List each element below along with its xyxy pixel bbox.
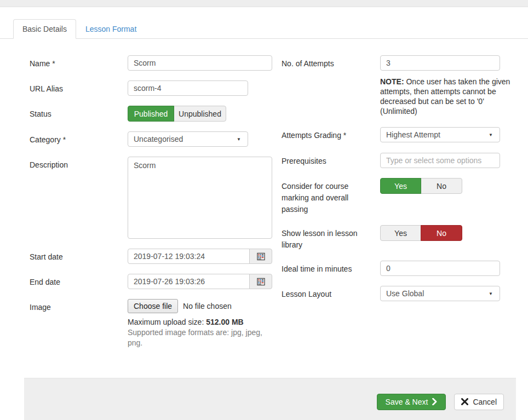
field-row-url-alias: URL Alias xyxy=(30,80,272,96)
status-unpublished-button[interactable]: Unpublished xyxy=(174,106,226,122)
attempts-grading-label: Attempts Grading * xyxy=(282,127,380,142)
attempts-note-title: NOTE: xyxy=(380,77,404,86)
description-textarea[interactable]: Scorm xyxy=(128,157,272,239)
start-date-group xyxy=(128,249,272,264)
end-date-label: End date xyxy=(30,274,128,289)
url-alias-input[interactable] xyxy=(128,80,248,96)
top-gray-strip xyxy=(0,0,528,7)
field-row-image: Image Choose file No file chosen Maximum… xyxy=(30,299,272,348)
status-toggle-group: Published Unpublished xyxy=(128,106,226,122)
chevron-right-icon xyxy=(432,398,437,405)
field-row-category: Category * Uncategorised ▼ xyxy=(30,131,272,147)
field-row-status: Status Published Unpublished xyxy=(30,106,272,122)
max-upload-value: 512.00 MB xyxy=(206,318,243,326)
end-date-input[interactable] xyxy=(128,274,250,289)
field-row-ideal-time: Ideal time in minutes xyxy=(282,261,515,276)
tab-basic-details[interactable]: Basic Details xyxy=(13,19,76,39)
chevron-down-icon: ▼ xyxy=(237,137,241,142)
end-date-group xyxy=(128,274,272,289)
field-row-attempts: No. of Attempts NOTE: Once user has take… xyxy=(282,55,515,117)
form-left-column: Name * URL Alias Status Published Unpubl… xyxy=(30,55,272,358)
field-row-end-date: End date xyxy=(30,274,272,289)
lesson-library-toggle-group: Yes No xyxy=(380,225,462,241)
chevron-down-icon: ▼ xyxy=(489,291,493,296)
prerequisites-input[interactable] xyxy=(380,153,500,168)
name-input[interactable] xyxy=(128,55,272,71)
description-label: Description xyxy=(30,157,128,239)
status-label: Status xyxy=(30,106,128,122)
category-select[interactable]: Uncategorised ▼ xyxy=(128,131,248,147)
start-date-label: Start date xyxy=(30,249,128,264)
course-marking-toggle-group: Yes No xyxy=(380,178,462,194)
calendar-icon xyxy=(257,278,265,286)
save-next-label: Save & Next xyxy=(386,398,428,406)
category-selected-value: Uncategorised xyxy=(134,135,183,143)
course-marking-yes-button[interactable]: Yes xyxy=(380,178,421,194)
url-alias-label: URL Alias xyxy=(30,80,128,96)
lesson-layout-select[interactable]: Use Global ▼ xyxy=(380,286,500,301)
form-right-column: No. of Attempts NOTE: Once user has take… xyxy=(282,55,515,358)
field-row-name: Name * xyxy=(30,55,272,71)
end-date-calendar-button[interactable] xyxy=(249,274,272,289)
ideal-time-label: Ideal time in minutes xyxy=(282,261,380,276)
form-action-bar: Save & Next Cancel xyxy=(24,378,516,420)
basic-details-form: Name * URL Alias Status Published Unpubl… xyxy=(0,39,528,358)
choose-file-button[interactable]: Choose file xyxy=(128,299,178,313)
image-label: Image xyxy=(30,299,128,348)
category-label: Category * xyxy=(30,131,128,147)
lesson-library-no-button[interactable]: No xyxy=(421,225,462,241)
field-row-lesson-library: Show lesson in lesson library Yes No xyxy=(282,225,515,251)
lesson-library-label: Show lesson in lesson library xyxy=(282,225,380,251)
chevron-down-icon: ▼ xyxy=(489,133,493,137)
attempts-input[interactable] xyxy=(380,55,500,71)
start-date-calendar-button[interactable] xyxy=(249,249,272,264)
field-row-prerequisites: Prerequisites xyxy=(282,153,515,168)
max-upload-note: Maximum upload size: 512.00 MB xyxy=(128,317,272,327)
max-upload-label: Maximum upload size: xyxy=(128,318,204,326)
field-row-attempts-grading: Attempts Grading * Highest Attempt ▼ xyxy=(282,127,515,142)
tab-bar: Basic Details Lesson Format xyxy=(0,19,528,39)
cancel-button[interactable]: Cancel xyxy=(454,394,504,410)
field-row-course-marking: Consider for course marking and overall … xyxy=(282,178,515,215)
save-next-button[interactable]: Save & Next xyxy=(377,394,446,410)
cancel-label: Cancel xyxy=(473,398,497,406)
field-row-description: Description Scorm xyxy=(30,157,272,239)
field-row-start-date: Start date xyxy=(30,249,272,264)
lesson-layout-label: Lesson Layout xyxy=(282,286,380,301)
field-row-lesson-layout: Lesson Layout Use Global ▼ xyxy=(282,286,515,301)
name-label: Name * xyxy=(30,55,128,71)
ideal-time-input[interactable] xyxy=(380,261,500,276)
file-chosen-status: No file chosen xyxy=(183,302,232,310)
attempts-grading-select[interactable]: Highest Attempt ▼ xyxy=(380,127,500,142)
tab-lesson-format[interactable]: Lesson Format xyxy=(76,19,146,39)
lesson-library-yes-button[interactable]: Yes xyxy=(380,225,421,241)
start-date-input[interactable] xyxy=(128,249,250,264)
attempts-grading-selected-value: Highest Attempt xyxy=(386,130,440,139)
lesson-layout-selected-value: Use Global xyxy=(386,289,424,298)
course-marking-label: Consider for course marking and overall … xyxy=(282,178,380,215)
status-published-button[interactable]: Published xyxy=(128,106,174,122)
attempts-note: NOTE: Once user has taken the given atte… xyxy=(380,77,517,116)
prerequisites-label: Prerequisites xyxy=(282,153,380,168)
course-marking-no-button[interactable]: No xyxy=(421,178,462,194)
attempts-label: No. of Attempts xyxy=(282,55,380,117)
close-icon xyxy=(461,398,468,405)
calendar-icon xyxy=(257,252,265,261)
supported-formats-note: Supported image formats are: jpg, jpeg, … xyxy=(128,327,272,348)
